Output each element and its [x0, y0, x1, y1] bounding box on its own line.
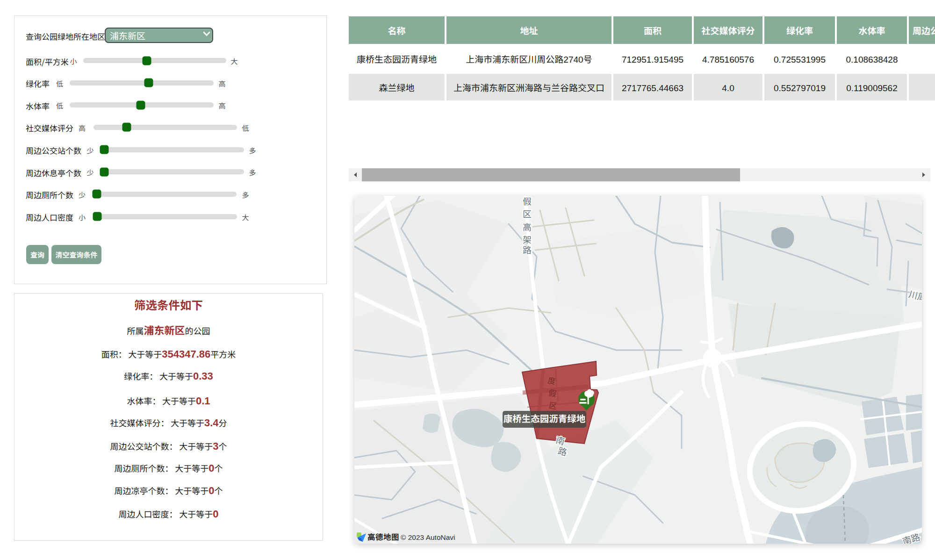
svg-text:高: 高 — [523, 220, 532, 233]
svg-text:康桥生态园沥青绿地: 康桥生态园沥青绿地 — [503, 411, 586, 425]
svg-text:© 2023 AutoNavi: © 2023 AutoNavi — [401, 533, 455, 541]
svg-text:高德地图: 高德地图 — [367, 531, 399, 542]
svg-text:区: 区 — [523, 207, 532, 220]
svg-text:路: 路 — [523, 243, 532, 256]
svg-text:假: 假 — [523, 196, 532, 207]
